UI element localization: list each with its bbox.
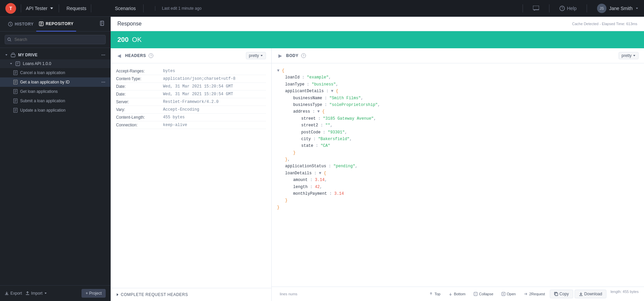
chat-button[interactable] bbox=[533, 6, 539, 11]
json-loandetails-toggle[interactable]: ▼ bbox=[319, 171, 321, 176]
json-applicant-open-brace: { bbox=[336, 89, 338, 94]
copy-button[interactable]: Copy bbox=[550, 290, 573, 298]
project-button[interactable]: + Project bbox=[82, 289, 106, 298]
json-applicant-toggle[interactable]: ▼ bbox=[331, 89, 333, 94]
length-info: length: 455 bytes bbox=[610, 290, 639, 298]
sidebar-footer: Export Import + Project bbox=[0, 285, 110, 301]
header-key: Server: bbox=[116, 100, 163, 104]
body-next-button[interactable]: ▶ bbox=[277, 52, 283, 60]
json-val-loantype: "business" bbox=[312, 82, 336, 87]
json-val-amount: 3.14 bbox=[315, 178, 325, 182]
json-key-loandetails: loanDetails bbox=[285, 171, 312, 176]
help-button[interactable]: ? Help bbox=[559, 6, 577, 11]
json-val-street: "3185 Gateway Avenue" bbox=[323, 116, 374, 121]
json-val-loanid: "example" bbox=[307, 75, 329, 80]
request-file-icon bbox=[13, 89, 17, 94]
json-key-state: state bbox=[301, 143, 313, 148]
more-icon[interactable] bbox=[101, 53, 106, 57]
header-value: Restlet-Framework/4.2.0 bbox=[163, 100, 219, 104]
more-icon[interactable] bbox=[101, 80, 106, 84]
download-label: Download bbox=[584, 292, 602, 296]
docs-icon[interactable] bbox=[100, 21, 105, 27]
loans-api-header[interactable]: Loans API 1.0.0 bbox=[0, 59, 110, 68]
main-layout: HISTORY REPOSITORY MY DRIVE bbox=[0, 17, 644, 301]
svg-text:?: ? bbox=[561, 7, 564, 10]
svg-rect-18 bbox=[16, 62, 20, 66]
get-loans-label: Get loan applications bbox=[20, 89, 58, 94]
complete-req-label: COMPLETE REQUEST HEADERS bbox=[121, 292, 188, 297]
collapse-button[interactable]: Collapse bbox=[470, 290, 497, 298]
response-title: Response bbox=[117, 21, 142, 27]
headers-prev-button[interactable]: ◀ bbox=[116, 52, 122, 60]
request-icon bbox=[524, 292, 528, 296]
json-val-businessname: "Smith Films" bbox=[329, 96, 361, 101]
search-input[interactable] bbox=[5, 35, 106, 44]
export-label: Export bbox=[10, 291, 22, 296]
chat-icon bbox=[533, 6, 539, 11]
json-root-toggle[interactable]: ▼ bbox=[277, 68, 279, 73]
complete-request-btn[interactable]: COMPLETE REQUEST HEADERS bbox=[116, 292, 266, 297]
bottom-button[interactable]: Bottom bbox=[445, 290, 469, 298]
json-address-open-brace: { bbox=[322, 109, 324, 114]
status-code: 200 bbox=[117, 36, 128, 44]
bottom-toolbar-left: lines nums bbox=[277, 290, 300, 298]
header-value: Accept-Encoding bbox=[163, 107, 199, 112]
sidebar-item-cancel-loan[interactable]: Cancel a loan application bbox=[0, 68, 110, 77]
export-button[interactable]: Export bbox=[5, 291, 22, 296]
tab-history[interactable]: HISTORY bbox=[5, 17, 36, 32]
body-format-select[interactable]: pretty bbox=[619, 52, 639, 59]
api-tester-menu[interactable]: API Tester bbox=[26, 6, 54, 11]
json-key-appstatus: applicationStatus bbox=[285, 164, 326, 169]
get-loan-by-id-label: Get a loan application by ID bbox=[20, 80, 69, 84]
sidebar-item-get-loans[interactable]: Get loan applications bbox=[0, 87, 110, 96]
my-drive-header[interactable]: MY DRIVE bbox=[0, 51, 110, 59]
json-val-city: "Bakersfield" bbox=[318, 137, 350, 141]
svg-point-49 bbox=[102, 101, 102, 101]
sidebar-item-update-loan[interactable]: Update a loan application bbox=[0, 106, 110, 115]
tab-history-label: HISTORY bbox=[15, 22, 34, 26]
open-icon bbox=[501, 292, 505, 296]
open-button[interactable]: Open bbox=[498, 290, 519, 298]
svg-point-42 bbox=[102, 91, 102, 92]
lines-nums-button[interactable]: lines nums bbox=[277, 290, 300, 298]
topbar-divider-6 bbox=[549, 4, 549, 12]
svg-rect-14 bbox=[11, 54, 15, 57]
headers-help-button[interactable]: ? bbox=[149, 53, 153, 58]
to-request-button[interactable]: 2Request bbox=[521, 290, 548, 298]
chevron-down-icon bbox=[9, 62, 13, 65]
svg-rect-0 bbox=[533, 6, 539, 10]
bottom-icon bbox=[448, 292, 452, 296]
collection-icon bbox=[15, 61, 20, 66]
sidebar-item-get-loan-by-id[interactable]: Get a loan application by ID bbox=[0, 77, 110, 87]
headers-format-select[interactable]: pretty bbox=[246, 52, 266, 59]
svg-point-58 bbox=[104, 110, 105, 111]
import-button[interactable]: Import bbox=[25, 291, 47, 296]
scenarios-nav[interactable]: Scenarios bbox=[112, 6, 138, 11]
header-key: Date: bbox=[116, 84, 163, 89]
svg-point-22 bbox=[103, 63, 104, 64]
user-menu[interactable]: JS Jane Smith bbox=[597, 4, 639, 13]
response-body: ◀ HEADERS ? pretty Accept-Ranges:bytesCo… bbox=[111, 48, 644, 301]
json-root-open-brace: { bbox=[282, 68, 284, 73]
api-tester-label: API Tester bbox=[26, 6, 47, 11]
svg-point-23 bbox=[104, 63, 105, 64]
complete-request-headers: COMPLETE REQUEST HEADERS bbox=[111, 288, 271, 301]
topbar: T API Tester Requests Scenarios Last edi… bbox=[0, 0, 644, 17]
top-button[interactable]: Top bbox=[426, 290, 444, 298]
body-help-button[interactable]: ? bbox=[301, 53, 306, 58]
svg-point-12 bbox=[8, 38, 10, 41]
app-logo: T bbox=[5, 3, 16, 14]
topbar-divider-7 bbox=[587, 4, 587, 12]
body-format-label: pretty bbox=[622, 53, 632, 58]
download-button[interactable]: Download bbox=[575, 290, 606, 298]
json-key-applicantdetails: applicantDetails bbox=[285, 89, 324, 94]
tab-repository[interactable]: REPOSITORY bbox=[36, 17, 76, 32]
requests-nav[interactable]: Requests bbox=[66, 6, 86, 11]
headers-toolbar: ◀ HEADERS ? pretty bbox=[111, 48, 271, 63]
sidebar-item-submit-loan[interactable]: Submit a loan application bbox=[0, 96, 110, 106]
json-address-toggle[interactable]: ▼ bbox=[317, 109, 320, 114]
body-format-chevron-icon bbox=[633, 54, 636, 57]
json-val-appstatus: "pending" bbox=[333, 164, 355, 169]
drive-icon bbox=[11, 53, 15, 57]
download-icon bbox=[579, 292, 583, 296]
